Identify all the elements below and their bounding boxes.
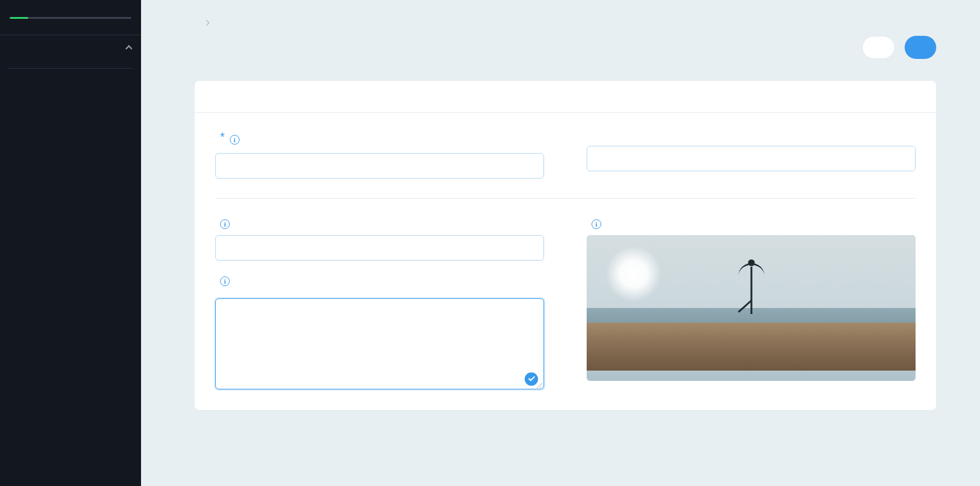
image-placeholder-pier [587,323,916,371]
row-label-slug: * i [215,131,916,179]
title-row [195,36,936,59]
sidebar-section-header-ascend [0,74,141,81]
info-icon[interactable]: i [592,219,601,229]
breadcrumb [195,21,936,25]
setup-progress-fill [10,17,28,19]
slug-input-group [587,146,916,171]
row-seo: i i [215,216,916,392]
seo-left-column: i i [215,216,544,392]
category-slug-field [587,131,916,179]
field-label: i [215,219,230,229]
sidebar-divider [9,68,133,69]
setup-your-site-block[interactable] [0,0,141,35]
image-placeholder-sun [606,247,661,301]
category-image-picker[interactable] [587,235,916,381]
info-icon[interactable]: i [230,135,240,145]
card-header [195,81,936,113]
seo-right-column: i [587,216,916,392]
category-label-input[interactable] [215,153,544,179]
chevron-right-icon [204,20,210,26]
cancel-button[interactable] [862,36,895,59]
setup-progress-bar [10,17,131,19]
image-placeholder-person [750,267,752,314]
description-wrapper [215,298,544,392]
card-body: * i [195,113,936,392]
card-divider [215,198,916,199]
sidebar-item-blog[interactable] [0,39,141,56]
category-label-field: * i [215,131,544,179]
category-title-input[interactable] [215,235,544,261]
field-label: * i [215,133,240,147]
edit-category-card: * i [195,81,936,410]
field-label: i [587,219,601,229]
description-header: i [215,276,544,292]
field-label: i [215,276,230,286]
sidebar [0,0,141,486]
required-star-icon: * [220,130,225,144]
page-actions [862,36,936,59]
save-button[interactable] [905,36,936,59]
category-description-textarea[interactable] [215,298,544,389]
category-slug-input[interactable] [602,146,915,171]
info-icon[interactable]: i [220,219,230,229]
info-icon[interactable]: i [220,276,230,286]
sidebar-blog-subitems [0,56,141,61]
chevron-up-icon [125,45,132,52]
main-content: * i [141,0,980,486]
resize-grip-icon[interactable] [535,383,542,390]
